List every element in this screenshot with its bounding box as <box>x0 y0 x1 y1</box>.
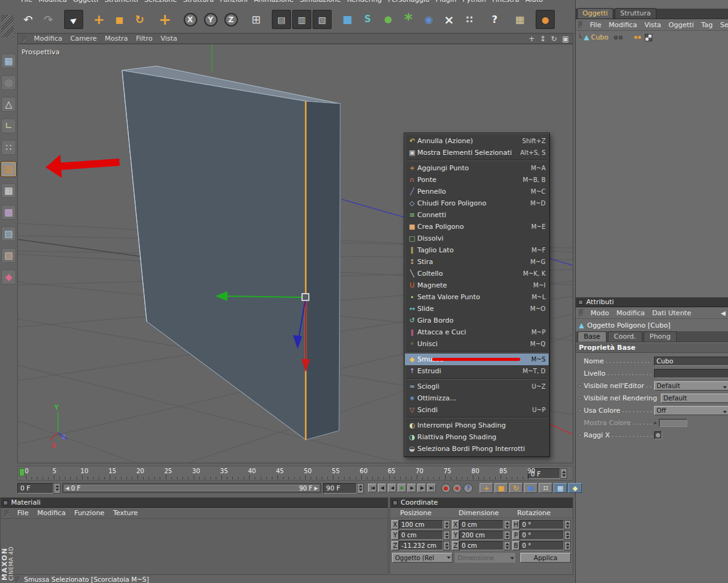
goto-end-button[interactable]: ▶| <box>427 484 436 492</box>
attr-dropdown-usa-colore[interactable]: Off <box>654 406 728 415</box>
toggle-view-icon[interactable]: ▣ <box>562 35 569 43</box>
menu-finestra[interactable]: Finestra <box>493 0 520 6</box>
object-menu-tag[interactable]: Tag <box>701 21 713 29</box>
edges-mode-icon[interactable]: ▥ <box>1 162 16 176</box>
zoom-view-icon[interactable]: ↕ <box>540 35 546 43</box>
viewport-menu-camere[interactable]: Camere <box>70 35 97 43</box>
keyframe-mode-button[interactable]: ◆ <box>568 483 582 493</box>
selection-tag-icon[interactable] <box>634 36 641 39</box>
timeline-ruler[interactable]: 0 F 051015202530354045505560657075808590 <box>17 466 573 481</box>
spinner[interactable] <box>443 531 450 540</box>
coord-rot-b-field[interactable]: 0 ° <box>520 541 564 550</box>
key-scale-button[interactable]: ■ <box>494 483 508 493</box>
coord-dim-y-field[interactable]: 200 cm <box>459 531 504 540</box>
viewport-menu-mostra[interactable]: Mostra <box>105 35 128 43</box>
lock-x-axis-icon[interactable]: X <box>181 10 200 29</box>
current-frame-spinner[interactable] <box>54 483 60 494</box>
attr-dropdown-visibile-nel-rendering[interactable]: Default <box>661 394 728 403</box>
context-item-seleziona-bordi-phong-interrotti[interactable]: ◒Seleziona Bordi Phong Interrotti <box>405 443 549 455</box>
context-item-ottimizza[interactable]: ∗Ottimizza... <box>405 392 549 404</box>
current-frame-value[interactable]: 0 F <box>17 483 54 494</box>
spinner[interactable] <box>564 541 571 550</box>
context-item-connetti[interactable]: ≡Connetti <box>405 209 549 221</box>
key-rotation-button[interactable]: ↻ <box>509 483 523 493</box>
coord-rot-p-field[interactable]: 0 ° <box>520 531 564 540</box>
status-drag-handle[interactable] <box>15 576 19 582</box>
viewport-menu-drag-handle[interactable] <box>22 35 26 42</box>
active-tool-move-icon[interactable]: + <box>155 10 174 29</box>
object-axis-mode-icon[interactable]: ∟ <box>1 118 16 133</box>
add-generator-icon[interactable]: ● <box>378 10 398 29</box>
next-key-button[interactable]: |▶ <box>417 484 426 492</box>
menu-funzioni[interactable]: Funzioni <box>220 0 248 6</box>
coord-dim-x-field[interactable]: 0 cm <box>459 520 504 529</box>
lock-y-axis-icon[interactable]: Y <box>201 10 220 29</box>
context-item-scindi[interactable]: ▽ScindiU~P <box>405 404 549 416</box>
add-primitive-icon[interactable]: ■ <box>338 10 357 29</box>
live-selection-icon[interactable]: ▶ <box>64 10 83 29</box>
object-menu-seg[interactable]: Seg <box>720 21 728 29</box>
camera-mode-icon[interactable]: ◎ <box>1 75 16 90</box>
toolbar-drag-handle[interactable] <box>1 15 14 37</box>
viewport-menu-vista[interactable]: Vista <box>160 35 177 43</box>
keyframe-help-button[interactable]: ? <box>464 484 473 493</box>
menu-modifica[interactable]: Modifica <box>38 0 67 6</box>
record-keyframe-button[interactable]: ● <box>441 484 451 493</box>
prev-frame-button[interactable]: ◀ <box>388 484 396 492</box>
attr-tab-base[interactable]: Base <box>578 331 607 342</box>
key-position-button[interactable]: + <box>480 483 493 493</box>
current-frame-field[interactable]: 0 F <box>17 483 60 494</box>
spinner[interactable] <box>504 541 510 550</box>
object-row-cubo[interactable]: └ ▲ Cubo <box>576 32 728 43</box>
lock-z-axis-icon[interactable]: Z <box>221 10 240 29</box>
attributes-drag-handle[interactable] <box>579 309 583 316</box>
polygons-mode-icon[interactable]: ▦ <box>1 183 16 198</box>
context-item-chiudi-foro-poligono[interactable]: ◇Chiudi Foro PoligonoM~D <box>405 197 549 209</box>
phong-tag-icon[interactable] <box>645 34 652 41</box>
snap-settings-icon[interactable]: ◆ <box>1 270 16 284</box>
add-spline-icon[interactable]: S <box>358 10 377 29</box>
context-item-stira[interactable]: ↕StiraM~G <box>405 256 549 268</box>
help-cursor-icon[interactable]: ? <box>485 10 504 29</box>
materials-menu-file[interactable]: File <box>17 509 28 517</box>
prev-key-button[interactable]: ◀| <box>378 484 386 492</box>
visibility-toggles[interactable] <box>614 36 623 39</box>
attr-color-swatch[interactable] <box>659 419 687 427</box>
texture-axis-mode-icon[interactable]: ▨ <box>1 226 16 241</box>
spinner[interactable] <box>564 531 571 540</box>
context-item-annulla-azione[interactable]: ↶Annulla (Azione)Shift+Z <box>405 135 549 147</box>
menu-plugin[interactable]: Plugin <box>436 0 457 6</box>
coord-pos-z-field[interactable]: -11.232 cm <box>399 541 443 550</box>
menu-animazione[interactable]: Animazione <box>254 0 293 6</box>
coord-pos-x-field[interactable]: 100 cm <box>399 520 443 529</box>
object-menu-oggetti[interactable]: Oggetti <box>669 21 694 29</box>
attr-dropdown-visibile-nell-editor[interactable]: Default <box>654 381 728 391</box>
layout-globe-icon[interactable]: ● <box>536 10 555 29</box>
timeline-range-bar[interactable] <box>64 485 319 491</box>
context-item-estrudi[interactable]: ↑EstrudiM~T, D <box>405 365 549 377</box>
coordinate-mode-dropdown[interactable]: Oggetto (Rel <box>392 553 452 563</box>
history-back-icon[interactable]: ◀ <box>721 310 726 316</box>
menu-selezione[interactable]: Selezione <box>144 0 177 6</box>
rotate-view-icon[interactable]: ↻ <box>551 35 557 43</box>
object-menu-vista[interactable]: Vista <box>644 21 661 29</box>
play-button[interactable]: ▶ <box>398 484 406 492</box>
uv-mode-icon[interactable]: ▧ <box>1 248 16 263</box>
next-frame-button[interactable]: ▶ <box>407 484 416 492</box>
context-item-dissolvi[interactable]: □Dissolvi <box>405 233 549 244</box>
context-item-setta-valore-punto[interactable]: ∙Setta Valore PuntoM~L <box>405 291 549 303</box>
attr-tab-phong[interactable]: Phong <box>644 331 677 342</box>
context-item-magnete[interactable]: UMagneteM~I <box>405 279 549 291</box>
spinner[interactable] <box>443 541 450 550</box>
materials-menu-funzione[interactable]: Funzione <box>74 509 104 517</box>
add-deformer-icon[interactable]: ◉ <box>419 10 438 29</box>
pan-view-icon[interactable]: + <box>528 35 534 43</box>
context-item-interrompi-phong-shading[interactable]: ◐Interrompi Phong Shading <box>405 420 549 431</box>
menu-aiuto[interactable]: Aiuto <box>525 0 543 6</box>
attr-checkbox-raggi-x[interactable] <box>654 431 662 439</box>
points-mode-icon[interactable]: ∷ <box>1 140 16 155</box>
context-item-riattiva-phong-shading[interactable]: ◑Riattiva Phong Shading <box>405 431 549 443</box>
end-frame-spinner[interactable] <box>357 483 364 494</box>
menu-file[interactable]: File <box>21 0 32 6</box>
menu-oggetti[interactable]: Oggetti <box>73 0 98 6</box>
